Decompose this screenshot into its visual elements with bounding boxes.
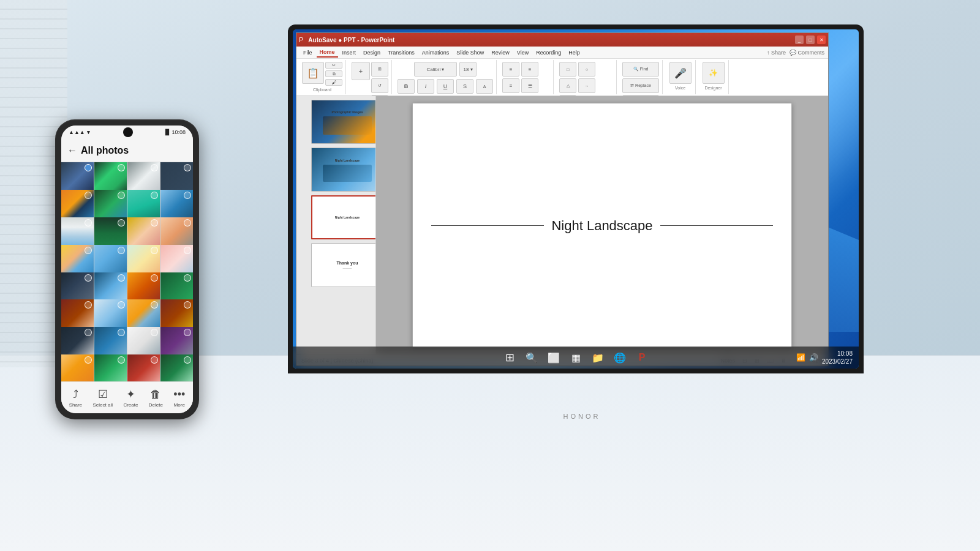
menu-design[interactable]: Design: [360, 48, 383, 57]
edge-button[interactable]: 🌐: [610, 348, 630, 367]
select-dot: [85, 164, 92, 171]
menu-home[interactable]: Home: [317, 48, 338, 58]
slide-3-title: Night Landscape: [334, 214, 361, 220]
create-icon: ✦: [126, 388, 135, 401]
comments-btn[interactable]: 💬 Comments: [790, 50, 824, 56]
underline-button[interactable]: U: [437, 79, 454, 94]
select-button[interactable]: ↖ Select: [622, 95, 659, 96]
main-canvas[interactable]: Night Landscape: [376, 96, 828, 354]
section-button[interactable]: §: [371, 95, 388, 96]
minimize-button[interactable]: _: [795, 36, 804, 44]
photo-cell[interactable]: [61, 354, 94, 381]
select-dot: [151, 164, 158, 171]
search-taskbar-icon: 🔍: [526, 352, 538, 364]
clipboard-section: 📋 ✂ ⧉ 🖌 Clipboard: [299, 60, 346, 94]
slide-1-container: 1 Photographic Images: [299, 100, 373, 144]
photo-cell[interactable]: [127, 354, 160, 381]
menu-view[interactable]: View: [514, 48, 532, 57]
select-dot: [184, 219, 191, 227]
font-selector[interactable]: Calibri ▾: [414, 62, 457, 77]
menu-animations[interactable]: Animations: [419, 48, 453, 57]
menu-help[interactable]: Help: [565, 48, 583, 57]
photo-cell[interactable]: [94, 354, 127, 381]
more-button[interactable]: ••• More: [173, 388, 185, 408]
slide-divider: Night Landscape: [431, 225, 773, 226]
widgets-icon: ▦: [571, 352, 581, 364]
phone-header: ← All photos: [61, 139, 193, 162]
close-button[interactable]: ✕: [817, 36, 826, 44]
photo-cell[interactable]: [160, 354, 193, 381]
italic-button[interactable]: I: [417, 79, 434, 94]
delete-label: Delete: [149, 402, 163, 408]
strikethrough-button[interactable]: S: [456, 79, 473, 94]
paste-button[interactable]: 📋: [302, 62, 324, 84]
align-left[interactable]: ≡: [502, 62, 519, 77]
windows-taskbar: ⊞ 🔍 ⬜ ▦ 📁 🌐: [293, 347, 859, 369]
layout-button[interactable]: ⊞: [371, 62, 388, 77]
format-painter[interactable]: 🖌: [325, 79, 342, 86]
slide-thumb-1[interactable]: Photographic Images: [311, 100, 376, 144]
replace-button[interactable]: ⇄ Replace: [622, 78, 659, 93]
shadow-button[interactable]: A: [476, 79, 493, 94]
select-dot: [151, 192, 158, 199]
arrange-button[interactable]: ⊞: [559, 95, 576, 96]
designer-section: ✨ Designer: [698, 60, 729, 94]
start-button[interactable]: ⊞: [500, 348, 519, 367]
slide-thumb-3[interactable]: Night Landscape: [311, 195, 376, 239]
back-button[interactable]: ←: [67, 145, 77, 156]
phone-battery: ▉: [165, 129, 170, 135]
menu-recording[interactable]: Recording: [533, 48, 564, 57]
paragraph-section: ≡ ≡ ≡ ☰ Paragraph: [499, 60, 554, 94]
shape-1[interactable]: □: [559, 62, 576, 77]
slide-main-title: Night Landscape: [544, 218, 660, 234]
reset-button[interactable]: ↺: [371, 78, 388, 93]
select-dot: [118, 164, 125, 171]
shape-3[interactable]: △: [559, 78, 576, 93]
shape-2[interactable]: ○: [578, 62, 595, 77]
bullet-list[interactable]: ☰: [521, 78, 538, 93]
create-button[interactable]: ✦ Create: [123, 388, 138, 408]
laptop-screen: ⊡ P AutoSave ● PPT - PowerPoint _ □ ✕: [293, 29, 859, 369]
dictate-button[interactable]: 🎤: [669, 62, 692, 84]
slide-thumb-4[interactable]: Thank you ———: [311, 243, 376, 287]
designer-button[interactable]: ✨: [703, 62, 725, 84]
cut-button[interactable]: ✂: [325, 62, 342, 69]
file-explorer-button[interactable]: 📁: [588, 348, 608, 367]
find-button[interactable]: 🔍 Find: [622, 62, 659, 77]
maximize-button[interactable]: □: [806, 36, 815, 44]
bold-button[interactable]: B: [398, 79, 415, 94]
align-right[interactable]: ≡: [502, 78, 519, 93]
copy-button[interactable]: ⧉: [325, 70, 342, 77]
select-dot: [184, 329, 191, 336]
powerpoint-taskbar-button[interactable]: P: [632, 348, 652, 367]
slide-2-content: Night Landscape: [312, 148, 376, 191]
task-view-button[interactable]: ⬜: [544, 348, 564, 367]
select-dot: [118, 329, 125, 336]
share-ribbon-btn[interactable]: ↑ Share: [767, 50, 786, 56]
new-slide-button[interactable]: +: [352, 62, 370, 80]
widgets-button[interactable]: ▦: [566, 348, 586, 367]
menu-file[interactable]: File: [300, 48, 315, 57]
phone-status-bar: ▲▲▲ ▾ ▉ 10:08: [61, 126, 193, 139]
task-view-icon: ⬜: [548, 352, 560, 364]
phone-signal: ▲▲▲ ▾: [69, 129, 90, 135]
share-button[interactable]: ⤴ Share: [69, 388, 82, 408]
font-size[interactable]: 18 ▾: [459, 62, 477, 77]
select-dot: [184, 356, 191, 364]
menu-transitions[interactable]: Transitions: [385, 48, 418, 57]
slide-thumb-2[interactable]: Night Landscape: [311, 148, 376, 192]
select-all-button[interactable]: ☑ Select all: [92, 388, 112, 408]
search-taskbar-button[interactable]: 🔍: [522, 348, 541, 367]
powerpoint-taskbar-icon: P: [639, 352, 646, 363]
menu-insert[interactable]: Insert: [339, 48, 360, 57]
delete-button[interactable]: 🗑 Delete: [149, 388, 163, 408]
menu-slideshow[interactable]: Slide Show: [453, 48, 487, 57]
current-slide: Night Landscape: [412, 103, 792, 348]
align-center[interactable]: ≡: [521, 62, 538, 77]
slide-4-title: Thank you: [336, 261, 358, 265]
taskbar-clock[interactable]: 10:08 2023/02/27: [822, 350, 853, 365]
menu-review[interactable]: Review: [488, 48, 513, 57]
delete-icon: 🗑: [150, 388, 161, 401]
shape-4[interactable]: →: [578, 78, 595, 93]
file-explorer-icon: 📁: [592, 352, 604, 364]
